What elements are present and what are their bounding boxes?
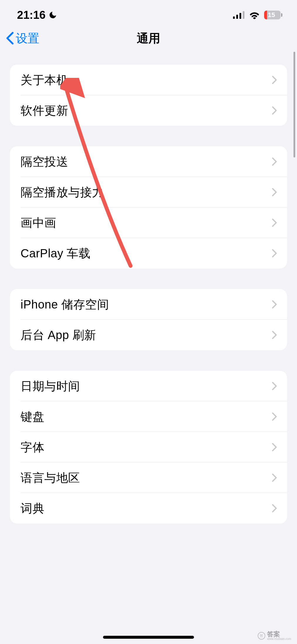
scrollbar-indicator[interactable] xyxy=(293,52,295,157)
row-dictionary[interactable]: 词典 xyxy=(10,493,287,524)
settings-group: 日期与时间键盘字体语言与地区词典 xyxy=(10,371,287,524)
status-right: 15 xyxy=(233,11,282,19)
row-label: 词典 xyxy=(21,500,44,516)
row-label: iPhone 储存空间 xyxy=(21,296,109,313)
settings-group: iPhone 储存空间后台 App 刷新 xyxy=(10,289,287,350)
row-label: 画中画 xyxy=(21,215,56,231)
chevron-left-icon xyxy=(6,32,14,45)
row-airdrop[interactable]: 隔空投送 xyxy=(10,146,287,177)
row-about-device[interactable]: 关于本机 xyxy=(10,65,287,95)
back-button[interactable]: 设置 xyxy=(6,30,39,46)
row-label: 软件更新 xyxy=(21,103,68,119)
navigation-header: 设置 通用 xyxy=(0,24,297,53)
row-label: 后台 App 刷新 xyxy=(21,327,96,343)
row-label: CarPlay 车载 xyxy=(21,245,90,261)
settings-group: 关于本机软件更新 xyxy=(10,65,287,126)
page-title: 通用 xyxy=(137,30,160,46)
row-airplay-handoff[interactable]: 隔空播放与接力 xyxy=(10,177,287,207)
chevron-right-icon xyxy=(272,106,277,115)
row-label: 日期与时间 xyxy=(21,378,80,394)
chevron-right-icon xyxy=(272,412,277,421)
row-label: 隔空播放与接力 xyxy=(21,184,104,200)
chevron-right-icon xyxy=(272,300,277,309)
row-background-app-refresh[interactable]: 后台 App 刷新 xyxy=(10,320,287,350)
status-time: 21:16 xyxy=(17,9,45,21)
battery-level: 15 xyxy=(264,11,279,19)
chevron-right-icon xyxy=(272,330,277,340)
battery-indicator: 15 xyxy=(264,11,282,19)
svg-rect-0 xyxy=(233,16,235,19)
row-label: 键盘 xyxy=(21,409,44,425)
chevron-right-icon xyxy=(272,187,277,197)
chevron-right-icon xyxy=(272,157,277,166)
row-iphone-storage[interactable]: iPhone 储存空间 xyxy=(10,289,287,320)
svg-rect-3 xyxy=(243,11,244,19)
row-label: 语言与地区 xyxy=(21,470,80,486)
watermark-sub: www.mudaan.com xyxy=(267,638,291,640)
row-fonts[interactable]: 字体 xyxy=(10,432,287,462)
svg-rect-1 xyxy=(236,15,238,19)
row-label: 关于本机 xyxy=(21,72,68,88)
row-keyboard[interactable]: 键盘 xyxy=(10,401,287,432)
chevron-right-icon xyxy=(272,473,277,482)
chevron-right-icon xyxy=(272,504,277,513)
row-label: 字体 xyxy=(21,439,44,455)
home-indicator[interactable] xyxy=(103,636,194,639)
status-left: 21:16 xyxy=(17,9,57,21)
row-date-time[interactable]: 日期与时间 xyxy=(10,371,287,401)
row-label: 隔空投送 xyxy=(21,154,68,170)
chevron-right-icon xyxy=(272,249,277,258)
watermark-logo-icon: 答 xyxy=(258,632,265,640)
row-language-region[interactable]: 语言与地区 xyxy=(10,462,287,493)
wifi-icon xyxy=(249,11,260,19)
chevron-right-icon xyxy=(272,442,277,452)
do-not-disturb-moon-icon xyxy=(48,11,57,19)
row-picture-in-picture[interactable]: 画中画 xyxy=(10,207,287,238)
back-label: 设置 xyxy=(16,30,39,46)
svg-rect-2 xyxy=(239,13,241,19)
settings-group: 隔空投送隔空播放与接力画中画CarPlay 车载 xyxy=(10,146,287,269)
row-carplay[interactable]: CarPlay 车载 xyxy=(10,238,287,269)
watermark: 答 答案 www.mudaan.com xyxy=(258,631,291,640)
status-bar: 21:16 15 xyxy=(0,0,297,24)
row-software-update[interactable]: 软件更新 xyxy=(10,95,287,126)
chevron-right-icon xyxy=(272,381,277,391)
chevron-right-icon xyxy=(272,218,277,227)
chevron-right-icon xyxy=(272,75,277,85)
content: 关于本机软件更新隔空投送隔空播放与接力画中画CarPlay 车载iPhone 储… xyxy=(0,53,297,524)
cellular-signal-icon xyxy=(233,11,245,19)
watermark-main: 答案 xyxy=(267,631,291,638)
